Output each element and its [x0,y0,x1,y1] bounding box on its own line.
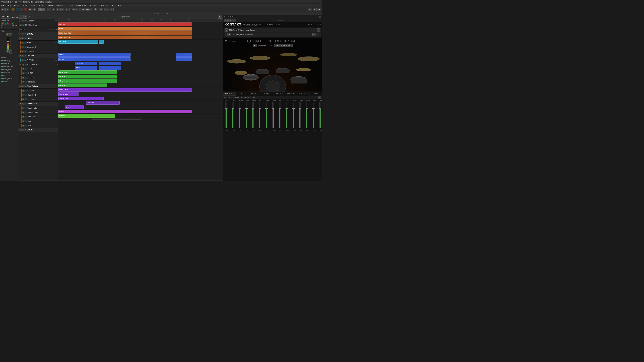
ch-fader-4[interactable] [246,102,247,128]
rack-preset-prev[interactable]: ◀ [228,33,231,36]
h-scroll-track[interactable] [59,118,222,120]
kont-w[interactable]: W [228,19,232,22]
undo-btn[interactable]: ↩ [1,8,5,11]
clip-clean-dir[interactable]: Clean DI R [58,79,117,83]
menu-midi[interactable]: MIDI [31,4,36,7]
clip-synths[interactable]: SYNTHS [58,114,116,118]
track-lead-group[interactable]: ▼ M S Lead Guitars [18,102,58,106]
insert-virtua[interactable]: Virtua_achines▼ [1,77,17,80]
track-l1-riff[interactable]: M S L1 Riff [18,67,58,71]
track-m[interactable]: M [22,33,24,35]
track-little-lead[interactable]: M S Little Lead [18,115,58,119]
clip-clean-group[interactable]: Clean Guitars [58,70,117,74]
clip-tapping-intro[interactable]: Tapping Intro [58,92,78,96]
loop-btn[interactable]: ↺ [110,8,114,11]
play-btn[interactable]: ▶ [43,181,46,181]
track-s[interactable]: S [25,63,27,65]
track-s[interactable]: S [24,42,26,44]
close-btn[interactable]: ✕ [319,1,321,3]
track-s[interactable]: S [24,59,26,61]
vu-handle[interactable] [7,41,9,42]
mode-s[interactable]: S [16,8,19,11]
tab-track[interactable]: Track [20,181,26,181]
track-s[interactable]: S [25,72,27,74]
kont-r[interactable]: R [224,19,228,22]
track-s[interactable]: S [24,103,26,105]
track-stereo-out[interactable]: ▶ M S Stereo Out 4.00 [18,19,58,23]
ch-fader-6[interactable] [259,102,260,128]
track-m[interactable]: M [22,50,24,52]
mode-l[interactable]: L [20,8,23,11]
kontakt-nav-view[interactable]: VIEW [275,24,280,26]
ch-fader-1[interactable] [226,102,227,128]
menu-vstcloud[interactable]: VST Cloud [99,4,109,7]
track-tapping-intro[interactable]: M S Tapping Intro [18,106,58,110]
clip-clean-dic[interactable]: Clean DI C [58,83,107,87]
track-m[interactable]: M [22,81,24,83]
ch-fader-8[interactable] [272,102,274,128]
minimize-btn[interactable]: ─ [314,1,316,3]
track-m[interactable]: M [22,90,24,92]
menu-transport[interactable]: Transport [56,4,65,7]
drum-tab-mapping[interactable]: MAPPING [285,92,298,96]
kontakt-close[interactable]: ✕ [319,16,321,18]
track-s[interactable]: S [25,90,27,92]
tool-2[interactable]: ↗ [52,8,55,11]
track-cleandir[interactable]: M S Clean DI R [18,93,58,97]
mode-r[interactable]: R [24,8,27,11]
track-s[interactable]: S [25,68,27,70]
track-l2-chorus[interactable]: M S L2 Chorus [18,75,58,80]
drum-tab-cymbals[interactable]: CYMBALS [273,92,285,96]
kontakt-shop[interactable]: SHOP [308,24,312,25]
clip-r2-chorus-1[interactable]: R2 Chorus [75,66,97,70]
h-scroll-thumb[interactable] [92,118,141,120]
track-s[interactable]: S [25,120,27,122]
mode-a[interactable]: A [32,8,36,11]
clip-l2-chorus-1[interactable]: L2 Chorus [75,62,97,65]
menu-file[interactable]: File [1,4,5,7]
track-lead1[interactable]: M S Lead 1 [18,119,58,123]
clip-r1-riff-2[interactable] [176,57,192,61]
track-m[interactable]: M [22,77,24,79]
clip-l1-riff-1[interactable]: L1 Riff [58,53,130,57]
track-m[interactable]: M [22,46,24,48]
track-m[interactable]: M [20,24,22,26]
track-drums-group[interactable]: ▼ M S DRUMS [18,32,58,36]
track-m[interactable]: M [22,85,24,87]
rack-power[interactable]: ■ [225,28,228,32]
clip-erra-bass-midi[interactable]: ERRA Bass MIDI [58,31,192,35]
fader-s-btn[interactable]: S [9,33,12,36]
kontakt-nav-library[interactable]: LIBRARY [265,24,273,26]
record-btn[interactable]: ● [48,181,51,181]
clip-bass-group[interactable]: BASS [58,27,192,30]
ch-fader-10[interactable] [286,102,287,128]
menu-workspaces[interactable]: Workspaces [75,4,86,7]
clip-rhythm-1[interactable]: RHYTHM [58,40,98,43]
mode-w[interactable]: W [28,8,32,11]
menu-hub[interactable]: Hub [111,4,116,7]
clip-l2-chorus-2[interactable] [100,62,121,65]
track-m[interactable]: M [22,98,24,100]
clip-r1-riff-1[interactable]: R1 Riff [58,57,130,61]
ch-fader-9[interactable] [279,102,280,128]
rack-close[interactable]: ✕ [317,28,320,32]
tab-editor[interactable]: Editor [28,181,35,181]
rack-preset-next[interactable]: ▶ [312,33,316,36]
menu-edit[interactable]: Edit [7,4,12,7]
track-m[interactable]: M [22,42,24,44]
panel-b[interactable]: ⬓ [313,8,316,11]
track-s[interactable]: S [25,81,27,83]
track-bass-group[interactable]: ▼ M S BASS [18,36,58,40]
snap-btn[interactable]: ⊡ [106,8,109,11]
track-djinnbass[interactable]: M S Djinnbass 2 [18,45,58,49]
track-s[interactable]: S [24,129,26,131]
rack-preset[interactable]: ◀ Mix-Ready Modern Metal Kit ▶ Purge [224,32,322,37]
menu-audio[interactable]: Audio [23,4,29,7]
drum-tab-kit[interactable]: DRUM KIT [223,92,236,96]
track-m[interactable]: M [22,94,24,96]
ch-fader-7[interactable] [266,102,267,128]
maximize-btn[interactable]: □ [317,1,318,3]
pan-fader[interactable] [5,27,17,28]
tool-5[interactable]: ⊞ [65,8,68,11]
drum-tab-about[interactable]: About [310,92,322,96]
